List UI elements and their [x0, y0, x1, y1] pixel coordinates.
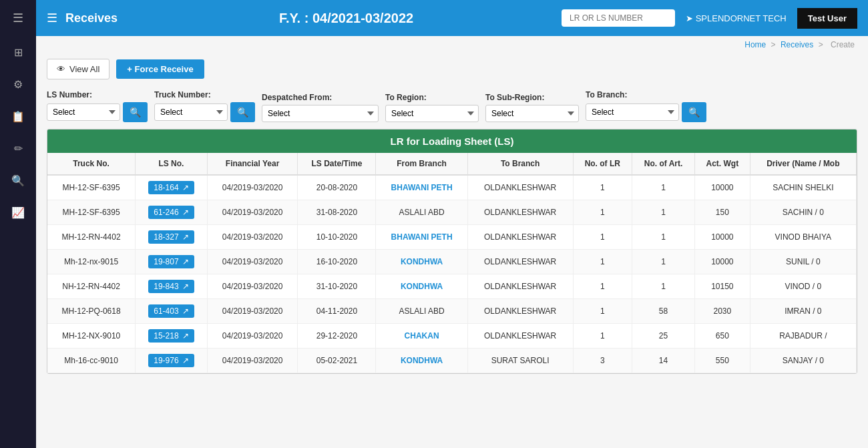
- cell-ls-no[interactable]: 19-807 ↗: [136, 250, 208, 274]
- cell-no-lr: 1: [573, 299, 632, 324]
- external-link-icon: ↗: [182, 232, 189, 242]
- breadcrumb-sep2: >: [819, 40, 825, 49]
- cell-ls-no[interactable]: 15-218 ↗: [136, 324, 208, 349]
- cell-truck-no: MH-12-NX-9010: [47, 324, 136, 349]
- ls-number-select[interactable]: Select: [47, 103, 120, 121]
- cell-act-wgt: 150: [695, 200, 750, 225]
- cell-from-branch: ASLALI ABD: [376, 299, 467, 324]
- ls-badge[interactable]: 61-403 ↗: [148, 304, 194, 318]
- branch-search-button[interactable]: 🔍: [682, 102, 706, 122]
- sidebar-icon-search[interactable]: 🔍: [0, 166, 36, 195]
- external-link-icon: ↗: [182, 356, 189, 365]
- breadcrumb-section[interactable]: Receives: [781, 40, 813, 49]
- cell-ls-date: 20-08-2020: [298, 175, 376, 200]
- ls-badge[interactable]: 18-164 ↗: [148, 181, 194, 194]
- cell-ls-date: 04-11-2020: [298, 299, 376, 324]
- ls-badge[interactable]: 18-327 ↗: [148, 230, 194, 244]
- ls-badge[interactable]: 19-843 ↗: [148, 280, 194, 293]
- truck-search-button[interactable]: 🔍: [230, 102, 255, 122]
- sidebar-menu-icon[interactable]: ☰: [0, 0, 36, 36]
- sidebar-icon-grid[interactable]: ⊞: [0, 37, 36, 67]
- cell-driver: RAJBADUR /: [750, 324, 856, 349]
- app-title: Receives: [65, 11, 118, 25]
- sidebar-icon-document[interactable]: 📋: [0, 101, 36, 131]
- ls-badge[interactable]: 19-976 ↗: [148, 354, 194, 367]
- user-menu[interactable]: Test User: [797, 8, 857, 29]
- cell-no-lr: 1: [573, 225, 632, 250]
- to-region-label: To Region:: [385, 93, 479, 102]
- cell-to-branch: OLDANKLESHWAR: [467, 274, 573, 299]
- cell-no-lr: 1: [573, 175, 632, 200]
- cell-to-branch: OLDANKLESHWAR: [467, 175, 573, 200]
- cell-no-art: 1: [632, 200, 695, 225]
- cell-truck-no: Mh-12-nx-9015: [47, 250, 136, 274]
- cell-to-branch: OLDANKLESHWAR: [467, 200, 573, 225]
- truck-number-label: Truck Number:: [154, 90, 255, 99]
- sidebar-icon-edit[interactable]: ✏: [0, 134, 36, 163]
- cell-fin-year: 04/2019-03/2020: [207, 324, 298, 349]
- breadcrumb: Home > Receives > Create: [36, 36, 868, 53]
- sidebar-icon-chart[interactable]: 📈: [0, 198, 36, 227]
- view-all-button[interactable]: 👁 View All: [47, 59, 110, 79]
- external-link-icon: ↗: [182, 208, 189, 217]
- cell-to-branch: OLDANKLESHWAR: [467, 324, 573, 349]
- menu-icon[interactable]: ☰: [47, 11, 57, 25]
- cell-act-wgt: 10000: [695, 250, 750, 274]
- cell-act-wgt: 550: [695, 349, 750, 373]
- cell-ls-date: 16-10-2020: [298, 250, 376, 274]
- external-link-icon: ↗: [182, 306, 189, 316]
- cell-no-lr: 3: [573, 349, 632, 373]
- company-name[interactable]: ➤ SPLENDORNET TECH: [686, 13, 787, 23]
- col-no-lr: No. of LR: [573, 153, 632, 175]
- to-branch-select[interactable]: Select: [586, 103, 679, 121]
- cell-to-branch: SURAT SAROLI: [467, 349, 573, 373]
- sidebar-icon-settings[interactable]: ⚙: [0, 69, 36, 99]
- action-bar: 👁 View All + Force Receive: [36, 53, 868, 87]
- lr-ls-search-input[interactable]: [562, 9, 675, 27]
- cell-fin-year: 04/2019-03/2020: [207, 225, 298, 250]
- main-area: ☰ Receives F.Y. : 04/2021-03/2022 ➤ SPLE…: [36, 0, 868, 448]
- truck-number-filter: Truck Number: Select 🔍: [154, 90, 255, 122]
- cell-no-art: 1: [632, 250, 695, 274]
- cell-fin-year: 04/2019-03/2020: [207, 349, 298, 373]
- truck-number-select[interactable]: Select: [154, 103, 228, 121]
- table-header-row: Truck No. LS No. Financial Year LS Date/…: [47, 153, 857, 175]
- cell-driver: SANJAY / 0: [750, 349, 856, 373]
- cell-fin-year: 04/2019-03/2020: [207, 250, 298, 274]
- dispatched-from-select[interactable]: Select: [262, 105, 379, 122]
- cell-ls-no[interactable]: 18-164 ↗: [136, 175, 208, 200]
- ls-badge[interactable]: 19-807 ↗: [148, 255, 194, 268]
- force-receive-button[interactable]: + Force Receive: [116, 59, 204, 79]
- cell-ls-no[interactable]: 19-843 ↗: [136, 274, 208, 299]
- col-truck-no: Truck No.: [47, 153, 136, 175]
- table-row: Mh-16-cc-9010 19-976 ↗ 04/2019-03/2020 0…: [47, 349, 857, 373]
- cell-ls-no[interactable]: 19-976 ↗: [136, 349, 208, 373]
- cell-no-art: 1: [632, 274, 695, 299]
- ls-search-button[interactable]: 🔍: [123, 102, 148, 122]
- col-act-wgt: Act. Wgt: [695, 153, 750, 175]
- cell-ls-no[interactable]: 61-403 ↗: [136, 299, 208, 324]
- content-area: Home > Receives > Create 👁 View All + Fo…: [36, 36, 868, 448]
- col-from-branch: From Branch: [376, 153, 467, 175]
- filter-row: LS Number: Select 🔍 Truck Number: Select…: [36, 87, 868, 129]
- cell-act-wgt: 10000: [695, 175, 750, 200]
- cell-no-art: 58: [632, 299, 695, 324]
- cell-fin-year: 04/2019-03/2020: [207, 299, 298, 324]
- cell-from-branch: ASLALI ABD: [376, 200, 467, 225]
- breadcrumb-home[interactable]: Home: [744, 40, 766, 49]
- fy-label: F.Y. : 04/2021-03/2022: [131, 11, 562, 26]
- to-region-select[interactable]: Select: [385, 105, 479, 122]
- to-sub-region-select[interactable]: Select: [485, 105, 579, 122]
- cell-ls-no[interactable]: 18-327 ↗: [136, 225, 208, 250]
- table-row: MH-12-NX-9010 15-218 ↗ 04/2019-03/2020 2…: [47, 324, 857, 349]
- cell-ls-no[interactable]: 61-246 ↗: [136, 200, 208, 225]
- ls-badge[interactable]: 61-246 ↗: [148, 206, 194, 219]
- cell-driver: SUNIL / 0: [750, 250, 856, 274]
- breadcrumb-current: Create: [831, 40, 855, 49]
- cell-truck-no: MH-12-PQ-0618: [47, 299, 136, 324]
- cell-from-branch: BHAWANI PETH: [376, 225, 467, 250]
- ls-badge[interactable]: 15-218 ↗: [148, 329, 194, 343]
- cell-from-branch: BHAWANI PETH: [376, 175, 467, 200]
- cell-truck-no: Mh-16-cc-9010: [47, 349, 136, 373]
- table-row: MH-12-SF-6395 18-164 ↗ 04/2019-03/2020 2…: [47, 175, 857, 200]
